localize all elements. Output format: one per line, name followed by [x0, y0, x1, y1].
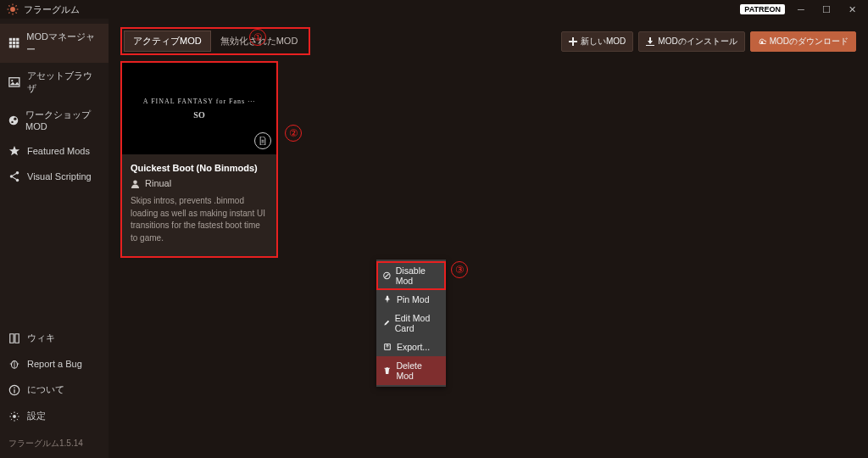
sidebar-item-label: MODマネージャー	[26, 31, 100, 56]
mod-card[interactable]: A FINAL FANTASY for Fans ··· SO Quickest…	[120, 61, 278, 258]
mod-title: Quickest Boot (No Binmods)	[131, 163, 268, 173]
svg-line-8	[16, 5, 17, 6]
svg-line-27	[13, 177, 16, 180]
ctx-label: Edit Mod Card	[395, 313, 439, 333]
svg-rect-17	[16, 45, 19, 47]
minimize-button[interactable]: ─	[788, 1, 814, 18]
svg-rect-33	[14, 389, 14, 393]
ctx-label: Delete Mod	[396, 360, 439, 381]
sidebar-item-label: 設定	[27, 410, 46, 422]
sidebar-item-label: Featured Mods	[27, 146, 90, 156]
steam-icon	[8, 114, 19, 126]
document-icon	[259, 137, 267, 145]
sidebar-item-featured[interactable]: Featured Mods	[0, 138, 108, 164]
version-label: フラーグルム1.5.14	[0, 429, 108, 458]
download-icon	[646, 37, 654, 46]
ctx-label: Pin Mod	[397, 294, 430, 304]
sidebar-item-report-bug[interactable]: Report a Bug	[0, 351, 108, 377]
mod-thumbnail: A FINAL FANTASY for Fans ··· SO	[122, 63, 276, 154]
tab-active-mods[interactable]: アクティブMOD	[124, 31, 211, 52]
sidebar-item-settings[interactable]: 設定	[0, 403, 108, 429]
svg-point-21	[14, 117, 16, 120]
svg-rect-16	[13, 45, 15, 47]
annotation-3: ③	[451, 261, 468, 278]
mod-doc-badge[interactable]	[254, 132, 271, 149]
pencil-icon	[383, 319, 390, 327]
svg-point-0	[10, 7, 15, 12]
bug-icon	[8, 358, 20, 370]
sidebar-item-about[interactable]: について	[0, 377, 108, 403]
app-title: フラーグルム	[24, 3, 740, 16]
sidebar-item-label: ウィキ	[27, 332, 55, 344]
svg-point-19	[11, 80, 13, 81]
ctx-export[interactable]: Export...	[376, 338, 446, 356]
sidebar-item-label: Visual Scripting	[27, 171, 92, 182]
svg-line-7	[8, 13, 9, 14]
star-icon	[8, 145, 20, 157]
button-label: MODのダウンロード	[770, 36, 849, 47]
title-bar: フラーグルム PATREON ─ ☐ ✕	[0, 0, 868, 19]
mod-author-name: Rinual	[145, 178, 171, 188]
ctx-pin-mod[interactable]: Pin Mod	[376, 290, 446, 309]
trash-icon	[383, 366, 391, 375]
main-area: アクティブMOD 無効化されたMOD 新しいMOD MODのインストール MOD…	[108, 19, 868, 458]
sidebar-item-mod-manager[interactable]: MODマネージャー	[0, 24, 108, 63]
download-mods-button[interactable]: MODのダウンロード	[750, 31, 856, 52]
thumb-line2: SO	[193, 110, 204, 120]
svg-rect-15	[9, 45, 12, 47]
app-icon	[7, 3, 19, 15]
svg-point-39	[133, 180, 137, 184]
install-mod-button[interactable]: MODのインストール	[638, 31, 744, 52]
svg-line-41	[385, 274, 388, 277]
tabs-row: アクティブMOD 無効化されたMOD 新しいMOD MODのインストール MOD…	[108, 19, 868, 62]
sidebar-item-asset-browser[interactable]: アセットブラウザ	[0, 63, 108, 102]
ctx-edit-card[interactable]: Edit Mod Card	[376, 309, 446, 338]
ctx-delete-mod[interactable]: Delete Mod	[376, 356, 446, 385]
svg-rect-11	[16, 38, 19, 41]
info-icon	[8, 384, 20, 396]
ctx-label: Disable Mod	[396, 265, 439, 286]
svg-rect-34	[14, 387, 14, 388]
user-icon	[131, 179, 140, 188]
svg-point-20	[9, 115, 19, 125]
sidebar: MODマネージャー アセットブラウザ ワークショップMOD Featured M…	[0, 19, 108, 458]
cloud-download-icon	[758, 37, 766, 46]
mod-author: Rinual	[131, 178, 268, 188]
svg-rect-14	[16, 42, 19, 44]
svg-point-35	[13, 415, 16, 418]
sidebar-item-workshop[interactable]: ワークショップMOD	[0, 102, 108, 138]
new-mod-button[interactable]: 新しいMOD	[561, 31, 633, 52]
sidebar-item-label: ワークショップMOD	[25, 109, 100, 131]
annotation-1: ①	[249, 29, 266, 46]
svg-point-22	[11, 120, 13, 122]
plus-icon	[569, 37, 577, 46]
grid-icon	[8, 37, 19, 49]
disable-icon	[383, 271, 391, 280]
svg-line-5	[8, 5, 9, 6]
maximize-button[interactable]: ☐	[814, 1, 839, 18]
sidebar-item-label: アセットブラウザ	[27, 70, 100, 95]
mod-card-body: Quickest Boot (No Binmods) Rinual Skips …	[122, 154, 276, 256]
pin-icon	[383, 295, 392, 304]
svg-rect-12	[9, 42, 12, 44]
sidebar-item-label: について	[27, 383, 64, 396]
svg-rect-9	[9, 38, 12, 41]
button-label: MODのインストール	[658, 36, 737, 47]
book-icon	[8, 332, 20, 344]
sidebar-item-label: Report a Bug	[27, 359, 82, 369]
mod-context-menu: Disable Mod Pin Mod Edit Mod Card Export…	[376, 260, 446, 387]
close-button[interactable]: ✕	[839, 1, 865, 18]
svg-rect-13	[13, 42, 15, 44]
button-label: 新しいMOD	[581, 36, 626, 47]
share-icon	[8, 170, 20, 182]
ctx-label: Export...	[397, 342, 430, 352]
svg-line-26	[13, 174, 16, 176]
svg-rect-10	[13, 38, 15, 41]
ctx-disable-mod[interactable]: Disable Mod	[376, 261, 446, 290]
sidebar-item-scripting[interactable]: Visual Scripting	[0, 164, 108, 189]
svg-rect-18	[9, 78, 19, 87]
patreon-badge[interactable]: PATREON	[740, 4, 785, 14]
sidebar-item-wiki[interactable]: ウィキ	[0, 325, 108, 351]
thumb-line1: A FINAL FANTASY for Fans ···	[143, 98, 255, 105]
svg-line-6	[16, 13, 17, 14]
